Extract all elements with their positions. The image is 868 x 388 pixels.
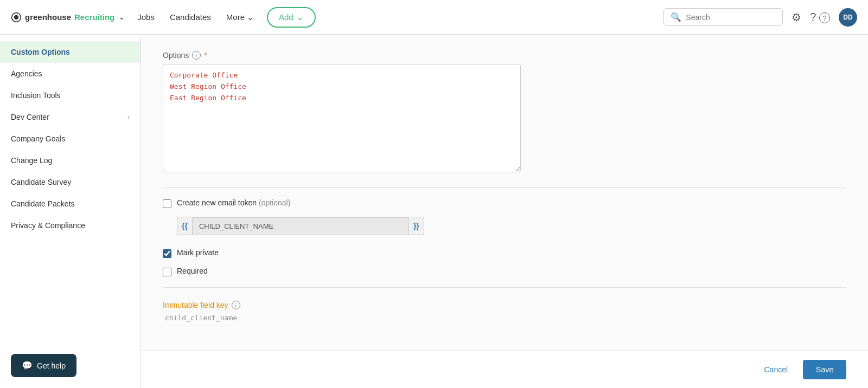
create-token-label[interactable]: Create new email token (optional) xyxy=(177,198,290,207)
candidates-nav-link[interactable]: Candidates xyxy=(170,12,211,22)
token-right-brace: }} xyxy=(409,217,424,235)
add-button[interactable]: Add ⌄ xyxy=(267,7,316,28)
immutable-info-icon[interactable]: i xyxy=(232,301,240,309)
bottom-actions: Cancel Save xyxy=(141,351,868,388)
create-token-row: Create new email token (optional) xyxy=(163,198,846,208)
options-field-section: Options i * Corporate Office West Region… xyxy=(163,51,846,174)
search-bar[interactable]: 🔍 xyxy=(663,8,783,26)
sidebar-item-change-log[interactable]: Change Log xyxy=(0,150,141,171)
cancel-button[interactable]: Cancel xyxy=(755,360,796,379)
immutable-label: Immutable field key i xyxy=(163,301,846,309)
sidebar-item-candidate-packets[interactable]: Candidate Packets xyxy=(0,193,141,215)
divider-1 xyxy=(163,187,846,187)
sidebar-item-privacy--compliance[interactable]: Privacy & Compliance xyxy=(0,215,141,236)
create-token-checkbox[interactable] xyxy=(163,199,171,208)
help-button[interactable]: ? ? xyxy=(810,11,830,24)
token-left-brace: {{ xyxy=(177,217,192,235)
top-navigation: greenhouse Recruiting ⌄ Jobs Candidates … xyxy=(0,0,868,35)
logo-text: greenhouse xyxy=(25,12,71,22)
get-help-icon: 💬 xyxy=(22,360,33,371)
nav-right: 🔍 ⚙ ? ? DD xyxy=(663,8,857,27)
immutable-value: child_client_name xyxy=(165,314,846,322)
search-input[interactable] xyxy=(686,13,776,22)
logo-text-green: Recruiting xyxy=(74,12,114,22)
logo[interactable]: greenhouse Recruiting ⌄ xyxy=(11,12,124,23)
nav-links: Jobs Candidates More ⌄ xyxy=(137,12,254,22)
more-nav-link[interactable]: More ⌄ xyxy=(226,12,254,22)
options-textarea[interactable]: Corporate Office West Region Office East… xyxy=(163,64,521,172)
create-token-optional: (optional) xyxy=(259,198,290,207)
add-chevron-icon: ⌄ xyxy=(297,12,304,22)
sidebar-chevron-icon: › xyxy=(127,113,130,121)
sidebar-item-custom-options[interactable]: Custom Options xyxy=(0,41,141,63)
token-input[interactable] xyxy=(192,217,409,235)
save-button[interactable]: Save xyxy=(803,360,846,379)
avatar[interactable]: DD xyxy=(839,8,857,27)
sidebar: Custom OptionsAgenciesInclusion ToolsDev… xyxy=(0,35,141,388)
main-content: Options i * Corporate Office West Region… xyxy=(141,35,868,388)
get-help-button[interactable]: 💬 Get help xyxy=(11,354,76,377)
search-icon: 🔍 xyxy=(671,12,681,22)
sidebar-item-dev-center[interactable]: Dev Center› xyxy=(0,106,141,128)
mark-private-row: Mark private xyxy=(163,248,846,258)
options-info-icon[interactable]: i xyxy=(192,51,201,60)
options-required-star: * xyxy=(204,51,207,60)
token-row: {{ }} xyxy=(177,217,846,235)
svg-point-1 xyxy=(14,15,18,19)
logo-icon xyxy=(11,12,22,23)
sidebar-item-company-goals[interactable]: Company Goals xyxy=(0,128,141,150)
required-label[interactable]: Required xyxy=(177,267,208,275)
settings-button[interactable]: ⚙ xyxy=(792,11,801,24)
sidebar-item-candidate-survey[interactable]: Candidate Survey xyxy=(0,171,141,193)
more-chevron-icon: ⌄ xyxy=(247,12,254,22)
sidebar-item-agencies[interactable]: Agencies xyxy=(0,63,141,85)
mark-private-checkbox[interactable] xyxy=(163,249,171,258)
logo-chevron-icon: ⌄ xyxy=(119,14,124,21)
immutable-section: Immutable field key i child_client_name xyxy=(163,301,846,322)
options-label: Options i * xyxy=(163,51,846,60)
divider-2 xyxy=(163,287,846,288)
create-token-section: Create new email token (optional) {{ }} xyxy=(163,198,846,235)
jobs-nav-link[interactable]: Jobs xyxy=(137,12,155,22)
sidebar-item-inclusion-tools[interactable]: Inclusion Tools xyxy=(0,85,141,106)
mark-private-label[interactable]: Mark private xyxy=(177,248,219,257)
layout: Custom OptionsAgenciesInclusion ToolsDev… xyxy=(0,35,868,388)
required-row: Required xyxy=(163,267,846,276)
required-checkbox[interactable] xyxy=(163,268,171,276)
